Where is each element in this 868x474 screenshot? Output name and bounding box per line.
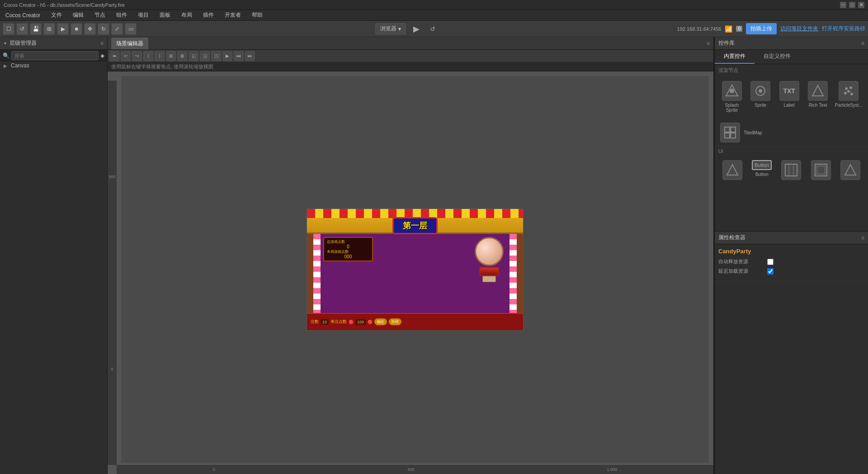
menu-node[interactable]: 节点 [92, 10, 108, 20]
move-tool[interactable]: ✥ [84, 23, 96, 35]
close-button[interactable]: ✕ [858, 2, 864, 8]
cancel-btn[interactable]: 拒绝 [389, 318, 401, 325]
auto-release-checkbox[interactable] [767, 259, 774, 265]
score-panel: 总游戏点数 0 本局游戏点数 000 [323, 237, 373, 261]
scene-tool-2[interactable]: ↩ [121, 51, 131, 61]
bet-label: 注数 [311, 319, 319, 325]
rect-tool[interactable]: ▭ [125, 23, 137, 35]
menu-edit[interactable]: 编辑 [70, 10, 86, 20]
svg-marker-4 [812, 85, 823, 96]
scene-header: 场景编辑器 ≡ [108, 37, 713, 50]
svg-point-5 [845, 87, 848, 90]
menu-panel[interactable]: 面板 [157, 10, 173, 20]
scene-tool-5[interactable]: ⟩ [155, 51, 165, 61]
candy-pole-left [313, 234, 321, 313]
refresh-button[interactable]: ↺ [427, 23, 439, 35]
svg-point-3 [759, 89, 762, 93]
component-more[interactable]: ≡ [861, 40, 864, 47]
menu-component[interactable]: 组件 [113, 10, 130, 20]
tiled-map-icon [720, 123, 740, 142]
open-proj-button[interactable]: 打开程序安装路径 [822, 25, 865, 33]
open-button[interactable]: ↺ [16, 23, 28, 35]
scale-tool[interactable]: ⤢ [111, 23, 123, 35]
menu-layout[interactable]: 布局 [179, 10, 195, 20]
access-files-button[interactable]: 访问项目文件夹 [780, 25, 818, 33]
scene-tool-3[interactable]: ↪ [132, 51, 142, 61]
component-actions: ≡ [861, 40, 864, 47]
minimize-button[interactable]: ─ [840, 2, 846, 8]
center-right-area: 场景编辑器 ≡ ⬅ ↩ ↪ ⟨ ⟩ ⊞ ⊠ ◱ ◲ ◳ ▶ ⏮ ⏭ 使用鼠标右键… [108, 37, 714, 474]
comp-layout[interactable] [778, 157, 805, 183]
properties-more[interactable]: ≡ [861, 235, 864, 241]
comp-label[interactable]: TXT Label [776, 78, 802, 115]
comp-tiled-map[interactable]: TiledMap [718, 121, 764, 144]
save-button[interactable]: 💾 [30, 23, 42, 35]
scene-tool-6[interactable]: ⊞ [166, 51, 176, 61]
scene-tool-11[interactable]: ▶ [222, 51, 232, 61]
hierarchy-search-input[interactable] [11, 51, 99, 60]
rotate-tool[interactable]: ↻ [98, 23, 109, 35]
menu-help[interactable]: 帮助 [249, 10, 265, 20]
comp-sprite[interactable]: Sprite [747, 78, 774, 115]
plus-icon: 🔴 [368, 320, 373, 324]
tiled-map-label: TiledMap [744, 130, 762, 135]
tab-builtin[interactable]: 内置控件 [715, 50, 755, 64]
hierarchy-more-button[interactable]: ≡ [100, 40, 104, 47]
run-build[interactable]: ▶ [57, 23, 69, 35]
hierarchy-canvas-item[interactable]: ▶ Canvas [0, 62, 107, 70]
comp-rich-text[interactable]: Rich Text [804, 78, 831, 115]
confirm-btn[interactable]: 确定 [374, 318, 387, 325]
component-header: 控件库 ≡ [715, 37, 868, 50]
tab-custom[interactable]: 自定义控件 [755, 50, 800, 64]
properties-content: CandyParty 自动释放资源 延迟加载资源 [715, 244, 868, 281]
svg-rect-19 [817, 166, 825, 174]
node-name: CandyParty [718, 248, 864, 255]
lazy-load-row: 延迟加载资源 [718, 268, 864, 275]
lazy-load-checkbox[interactable] [767, 268, 774, 275]
comp-particle[interactable]: ParticleSyst... [833, 78, 864, 115]
scene-tool-13[interactable]: ⏭ [245, 51, 255, 61]
layout-icon [781, 160, 801, 180]
toolbar-center: 浏览器 ▾ ▶ ↺ [375, 22, 439, 36]
hierarchy-search-icon: 🔍 [3, 52, 9, 59]
menu-cocos[interactable]: Cocos Creator [3, 11, 43, 19]
scene-panel: 场景编辑器 ≡ ⬅ ↩ ↪ ⟨ ⟩ ⊞ ⊠ ◱ ◲ ◳ ▶ ⏮ ⏭ 使用鼠标右键… [108, 37, 714, 474]
scene-tool-7[interactable]: ⊠ [177, 51, 187, 61]
component-tabs: 内置控件 自定义控件 [715, 50, 868, 64]
auto-release-label: 自动释放资源 [718, 258, 764, 265]
scene-tool-8[interactable]: ◱ [189, 51, 198, 61]
build-button[interactable]: ⊞ [43, 23, 55, 35]
browser-selector[interactable]: 浏览器 ▾ [375, 23, 406, 34]
properties-panel: 属性检查器 ≡ CandyParty 自动释放资源 延迟加载资源 [715, 232, 868, 474]
scene-panel-more[interactable]: ≡ [707, 40, 710, 47]
scene-tool-10[interactable]: ◳ [211, 51, 221, 61]
comp-splash-sprite[interactable]: Splash Sprite [718, 78, 745, 115]
component-panel: 控件库 ≡ 内置控件 自定义控件 渲染节点 Splash Sprite [715, 37, 868, 232]
scene-tool-12[interactable]: ⏮ [234, 51, 244, 61]
comp-ui-triangle2[interactable] [837, 157, 864, 183]
svg-rect-15 [785, 164, 797, 176]
scene-editor-tab[interactable]: 场景编辑器 [111, 38, 148, 49]
scene-viewport[interactable]: 500 0 0 500 1,000 [108, 71, 713, 474]
scene-tool-4[interactable]: ⟨ [143, 51, 153, 61]
browser-label: 浏览器 [380, 25, 396, 33]
menu-file[interactable]: 文件 [48, 10, 65, 20]
scene-tool-9[interactable]: ◲ [200, 51, 210, 61]
chevron-down-icon: ▾ [398, 26, 401, 32]
maximize-button[interactable]: □ [849, 2, 855, 8]
remote-upload-button[interactable]: 拍插上传 [746, 23, 777, 34]
hierarchy-plus-icon[interactable]: + [4, 40, 7, 47]
comp-scroll[interactable] [807, 157, 835, 183]
play-button[interactable]: ▶ [410, 22, 423, 36]
menu-plugin[interactable]: 插件 [200, 10, 217, 20]
menu-dev[interactable]: 开发者 [222, 10, 244, 20]
game-preview: 第一层 总游戏点数 0 本局游戏点数 000 [307, 209, 524, 331]
comp-button[interactable]: Button Button [748, 157, 775, 183]
comp-ui-triangle[interactable] [718, 157, 746, 183]
round-score: 000 [327, 254, 369, 259]
stop-button[interactable]: ■ [71, 23, 82, 35]
new-button[interactable]: ☐ [3, 23, 14, 35]
splash-sprite-icon [722, 81, 742, 101]
scene-tool-1[interactable]: ⬅ [109, 51, 119, 61]
menu-project[interactable]: 项目 [135, 10, 151, 20]
